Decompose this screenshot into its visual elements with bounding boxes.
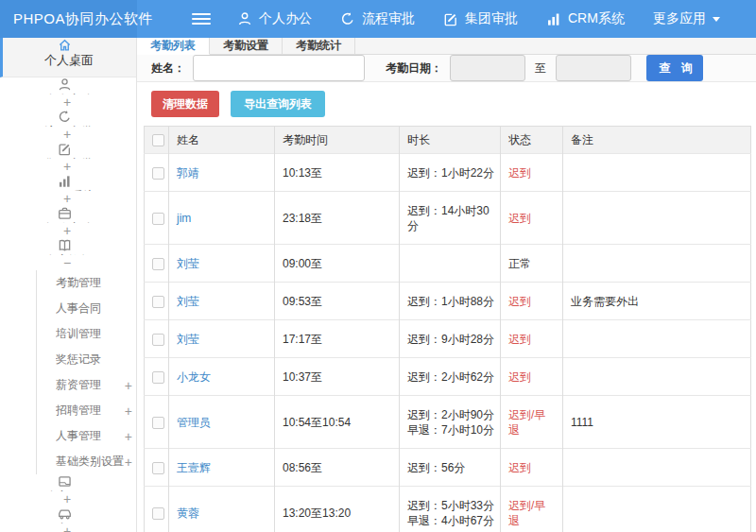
topnav-item-3[interactable]: CRM系统 — [546, 10, 625, 27]
table-row: 王壹辉 08:56至 迟到：56分 迟到 — [145, 449, 751, 487]
edit-icon — [443, 11, 458, 26]
status-badge: 迟到 — [501, 283, 563, 320]
note-cell — [563, 487, 751, 532]
row-checkbox[interactable] — [152, 462, 164, 474]
sidebar-item-5[interactable]: 行政办公 + — [0, 206, 136, 238]
attendance-time-cell: 23:18至 — [275, 192, 400, 245]
row-checkbox[interactable] — [152, 417, 164, 429]
chart-icon — [58, 174, 72, 188]
flow-icon — [340, 11, 355, 26]
table-row: 郭靖 10:13至 迟到：1小时22分 迟到 — [145, 154, 751, 192]
duration-cell — [400, 245, 501, 283]
expander-icon[interactable]: + — [63, 127, 75, 142]
sidebar-item-2[interactable]: 流程审批 + — [0, 110, 136, 142]
sidebar-item-8[interactable]: 人事合同 — [36, 296, 136, 321]
attendance-time-cell: 09:00至 — [275, 245, 400, 283]
sidebar-item-0[interactable]: 个人桌面 — [0, 38, 136, 77]
duration-cell: 迟到：9小时28分 — [400, 320, 501, 358]
employee-name-link[interactable]: 王壹辉 — [177, 461, 211, 474]
sidebar-item-4[interactable]: CRM系统 + — [0, 174, 136, 206]
col-header-note: 备注 — [563, 127, 751, 154]
employee-name-link[interactable]: jim — [177, 212, 191, 225]
top-nav: 个人办公 流程审批 集团审批 CRM系统 更多应用 — [137, 0, 756, 38]
employee-name-link[interactable]: 刘莹 — [177, 295, 199, 308]
sidebar-item-11[interactable]: 薪资管理 + — [36, 372, 136, 398]
sidebar: 个人桌面 个人办公 + 流程审批 + 集团审批 + CRM系统 + 行政办公 — [0, 38, 137, 532]
sidebar-item-3[interactable]: 集团审批 + — [0, 142, 136, 174]
expander-icon[interactable]: + — [63, 223, 75, 238]
expander-icon[interactable]: − — [63, 255, 75, 270]
status-badge: 迟到 — [501, 449, 563, 487]
search-button[interactable]: 查 询 — [646, 55, 703, 81]
attendance-table: 姓名 考勤时间 时长 状态 备注 郭靖 10:13至 迟到：1小时22分 迟到 … — [144, 126, 751, 532]
sidebar-item-12[interactable]: 招聘管理 + — [36, 398, 136, 423]
tab-attendance-settings[interactable]: 考勤设置 — [210, 38, 283, 54]
expander-icon[interactable]: + — [125, 403, 136, 419]
row-checkbox[interactable] — [152, 371, 164, 384]
col-header-name: 姓名 — [169, 127, 275, 154]
row-checkbox[interactable] — [152, 167, 164, 180]
sidebar-item-13[interactable]: 人事管理 + — [36, 423, 136, 449]
note-cell: 1111 — [563, 396, 751, 449]
hamburger-menu-icon[interactable] — [192, 10, 211, 27]
chevron-down-icon — [713, 17, 720, 22]
row-checkbox[interactable] — [152, 258, 164, 270]
duration-cell: 迟到：1小时22分 — [400, 154, 501, 192]
row-checkbox[interactable] — [152, 507, 164, 520]
employee-name-link[interactable]: 郭靖 — [177, 166, 199, 180]
employee-name-link[interactable]: 小龙女 — [177, 370, 211, 384]
table-row: 刘莹 17:17至 迟到：9小时28分 迟到 — [145, 320, 751, 358]
sidebar-item-7[interactable]: 考勤管理 — [36, 270, 136, 296]
table-row: 黄蓉 13:20至13:20 迟到：5小时33分 早退：4小时67分 迟到/早退 — [145, 487, 751, 532]
main-content: 考勤列表 考勤设置 考勤统计 姓名： 考勤日期： 至 查 询 清理数据 导出查询… — [137, 38, 756, 532]
sidebar-item-6[interactable]: 人力资源 − — [0, 238, 136, 270]
sidebar-item-16[interactable]: 用车管理 + — [0, 506, 136, 532]
status-badge: 迟到/早退 — [501, 396, 563, 449]
expander-icon[interactable]: + — [63, 191, 75, 206]
employee-name-link[interactable]: 黄蓉 — [177, 506, 199, 520]
export-list-button[interactable]: 导出查询列表 — [231, 91, 325, 117]
employee-name-link[interactable]: 刘莹 — [177, 257, 199, 270]
row-checkbox[interactable] — [152, 213, 164, 225]
sidebar-item-1[interactable]: 个人办公 + — [0, 77, 136, 110]
employee-name-link[interactable]: 管理员 — [177, 416, 211, 429]
expander-icon[interactable]: + — [125, 429, 136, 444]
note-cell — [563, 320, 751, 358]
row-checkbox[interactable] — [152, 296, 164, 308]
sidebar-item-15[interactable]: 公文管理 + — [0, 474, 136, 506]
name-input[interactable] — [193, 55, 365, 81]
topnav-item-0[interactable]: 个人办公 — [237, 10, 312, 27]
flow-icon — [58, 110, 72, 124]
expander-icon[interactable]: + — [63, 523, 75, 532]
topnav-item-1[interactable]: 流程审批 — [340, 10, 415, 27]
toolbar: 清理数据 导出查询列表 — [137, 82, 756, 126]
attendance-time-cell: 08:56至 — [275, 449, 400, 487]
row-checkbox[interactable] — [152, 334, 164, 346]
tab-bar: 考勤列表 考勤设置 考勤统计 — [137, 38, 756, 55]
expander-icon[interactable]: + — [125, 378, 136, 393]
expander-icon[interactable]: + — [125, 455, 136, 470]
employee-name-link[interactable]: 刘莹 — [177, 333, 199, 346]
sidebar-item-10[interactable]: 奖惩记录 — [36, 347, 136, 372]
date-to-input[interactable] — [556, 55, 631, 81]
expander-icon[interactable]: + — [63, 491, 75, 506]
topnav-item-2[interactable]: 集团审批 — [443, 10, 518, 27]
expander-icon[interactable]: + — [63, 159, 75, 174]
car-icon — [58, 506, 72, 521]
date-from-input[interactable] — [450, 55, 525, 81]
select-all-checkbox[interactable] — [152, 134, 164, 146]
sidebar-item-14[interactable]: 基础类别设置 + — [36, 449, 136, 474]
status-badge: 正常 — [501, 245, 563, 283]
clean-data-button[interactable]: 清理数据 — [151, 91, 219, 117]
briefcase-icon — [58, 206, 72, 220]
expander-icon[interactable]: + — [63, 94, 75, 110]
user-icon — [237, 11, 252, 26]
col-header-duration: 时长 — [400, 127, 501, 154]
tab-attendance-stats[interactable]: 考勤统计 — [283, 38, 355, 54]
topnav-item-4[interactable]: 更多应用 — [653, 10, 720, 27]
top-bar: PHPOA协同办公软件 个人办公 流程审批 集团审批 CRM系统 更多应用 — [0, 0, 756, 38]
sidebar-item-9[interactable]: 培训管理 — [36, 321, 136, 347]
tab-attendance-list[interactable]: 考勤列表 — [137, 38, 210, 55]
duration-cell: 迟到：2小时62分 — [400, 358, 501, 396]
edit-icon — [58, 142, 72, 156]
